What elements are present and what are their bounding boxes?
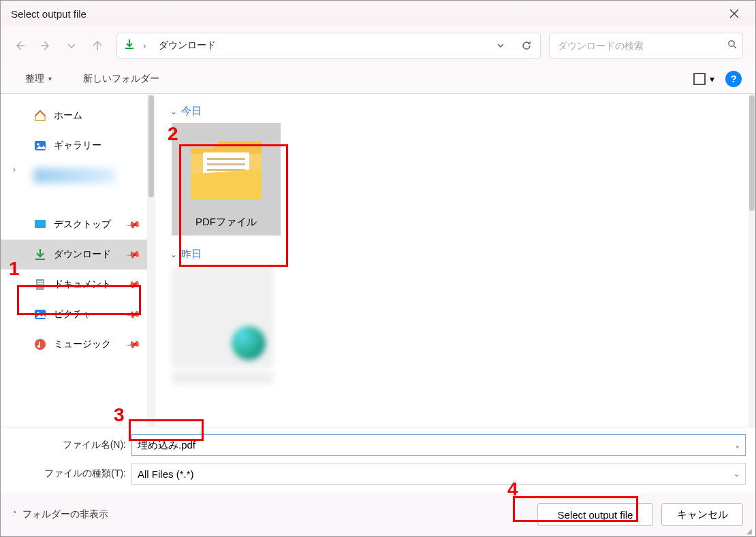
svg-rect-13 [207,158,245,160]
hide-folders-label: フォルダーの非表示 [22,508,108,521]
sidebar-item-label: デスクトップ [54,218,111,231]
caret-down-icon: ▾ [48,75,52,82]
sidebar-scrollbar[interactable] [147,94,155,427]
group-today-label: 今日 [181,105,202,118]
address-bar[interactable]: › ダウンロード [116,33,541,59]
svg-point-10 [35,339,46,350]
caret-down-icon: ⌄ [734,470,740,478]
chevron-up-icon: ˄ [13,510,17,519]
chevron-down-icon [497,42,505,50]
svg-rect-14 [207,163,245,165]
file-item-label: PDFファイル [195,216,257,229]
caret-down-icon: ▾ [710,74,714,84]
sidebar-item-label: ピクチャ [54,308,92,321]
arrow-up-icon [92,40,103,51]
filename-dropdown[interactable]: ⌄ [734,434,740,456]
music-icon [33,338,47,351]
sidebar-item-label: ドキュメント [54,278,111,291]
sidebar-item-music[interactable]: ミュージック 📌 [1,329,147,359]
refresh-icon [521,40,532,51]
arrow-right-icon [40,40,51,51]
group-yesterday-label: 昨日 [181,248,202,261]
sidebar-item-label: ホーム [54,110,82,122]
content-scrollbar[interactable] [749,94,755,427]
scrollbar-thumb[interactable] [148,95,154,197]
up-button[interactable] [91,39,104,52]
filetype-combo[interactable]: All Files (*.*) ⌄ [131,463,746,485]
search-box[interactable] [549,33,743,59]
window-title: Select output file [11,8,720,20]
toolbar: 整理 ▾ 新しいフォルダー ▾ ? [1,64,755,94]
sidebar-item-user[interactable] [1,161,147,191]
chevron-down-icon [66,40,77,51]
blurred-caption [172,372,274,384]
footer: ˄ フォルダーの非表示 Select output file キャンセル [1,493,755,536]
svg-point-2 [37,143,39,145]
search-input[interactable] [558,40,727,51]
navigation-bar: › ダウンロード [1,27,755,64]
forward-button[interactable] [39,39,52,52]
close-icon [729,9,739,18]
home-icon [33,109,47,123]
view-layout-icon [693,73,706,85]
sidebar-item-label: ミュージック [54,338,111,351]
downloads-icon [124,39,135,52]
hide-folders-toggle[interactable]: ˄ フォルダーの非表示 [13,508,108,521]
organize-label: 整理 [25,73,44,85]
new-folder-button[interactable]: 新しいフォルダー [78,69,165,89]
file-list[interactable]: ⌄ 今日 PDFファイル [155,94,755,427]
sidebar-item-pictures[interactable]: ピクチャ 📌 [1,299,147,329]
sidebar-item-gallery[interactable]: ギャラリー [1,131,147,161]
pin-icon: 📌 [125,247,141,263]
svg-rect-5 [37,281,43,282]
downloads-icon [33,248,47,261]
group-today[interactable]: ⌄ 今日 [170,105,742,118]
chevron-down-icon: ⌄ [170,107,177,116]
help-button[interactable]: ? [725,71,742,87]
recent-dropdown[interactable] [65,39,78,52]
sidebar-item-desktop[interactable]: デスクトップ 📌 [1,210,147,240]
group-yesterday[interactable]: ⌄ 昨日 [170,248,742,261]
pin-icon: 📌 [125,217,141,233]
filetype-label: ファイルの種類(T): [10,468,126,480]
view-layout-menu[interactable]: ▾ [693,73,714,85]
breadcrumb-downloads[interactable]: ダウンロード [155,37,220,54]
sidebar-item-downloads[interactable]: ダウンロード 📌 [1,240,147,270]
documents-icon [33,278,47,291]
refresh-button[interactable] [517,36,536,55]
sidebar-item-documents[interactable]: ドキュメント 📌 [1,270,147,299]
titlebar: Select output file [1,1,755,27]
resize-grip-icon[interactable]: ◢ [746,527,753,534]
sidebar-item-label: ダウンロード [54,248,111,261]
new-folder-label: 新しいフォルダー [83,73,159,85]
pin-icon: 📌 [125,277,141,293]
save-fields: ファイル名(N): ⌄ ファイルの種類(T): All Files (*.*) … [1,427,755,493]
file-item-blurred[interactable] [172,266,274,384]
svg-rect-7 [37,285,43,286]
gallery-icon [33,139,47,152]
svg-point-0 [729,41,734,46]
pictures-icon [33,308,47,321]
close-button[interactable] [720,3,749,25]
search-icon [727,39,737,51]
scrollbar-thumb[interactable] [749,95,755,211]
file-item-pdf-folder[interactable]: PDFファイル [172,123,281,235]
pin-icon: 📌 [125,307,141,323]
svg-rect-3 [35,220,46,228]
address-dropdown[interactable] [491,36,510,55]
svg-rect-6 [37,283,43,284]
sidebar-item-label: ギャラリー [54,140,101,152]
sidebar-item-home[interactable]: ホーム [1,101,147,131]
arrow-left-icon [14,40,25,51]
organize-menu[interactable]: 整理 ▾ [20,69,57,89]
select-output-button[interactable]: Select output file [537,503,653,526]
back-button[interactable] [13,39,27,52]
cancel-button[interactable]: キャンセル [661,503,743,526]
blurred-thumbnail [172,266,274,368]
body-split: ホーム ギャラリー › デスクトップ 📌 ダウンロード 📌 [1,94,755,427]
svg-rect-4 [36,279,44,290]
filename-label: ファイル名(N): [10,439,126,451]
blurred-user-item [33,168,115,183]
filename-input[interactable] [131,434,746,456]
svg-point-11 [37,345,40,348]
